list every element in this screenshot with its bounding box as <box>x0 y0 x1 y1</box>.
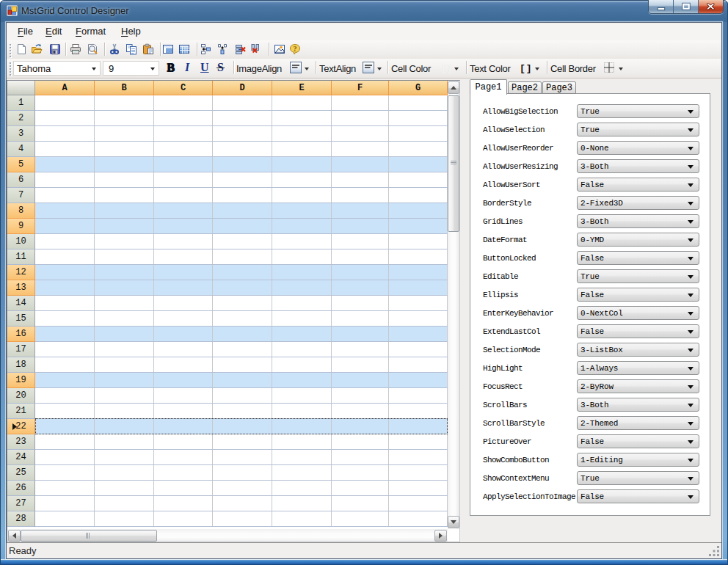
svg-text:?: ? <box>294 45 297 53</box>
